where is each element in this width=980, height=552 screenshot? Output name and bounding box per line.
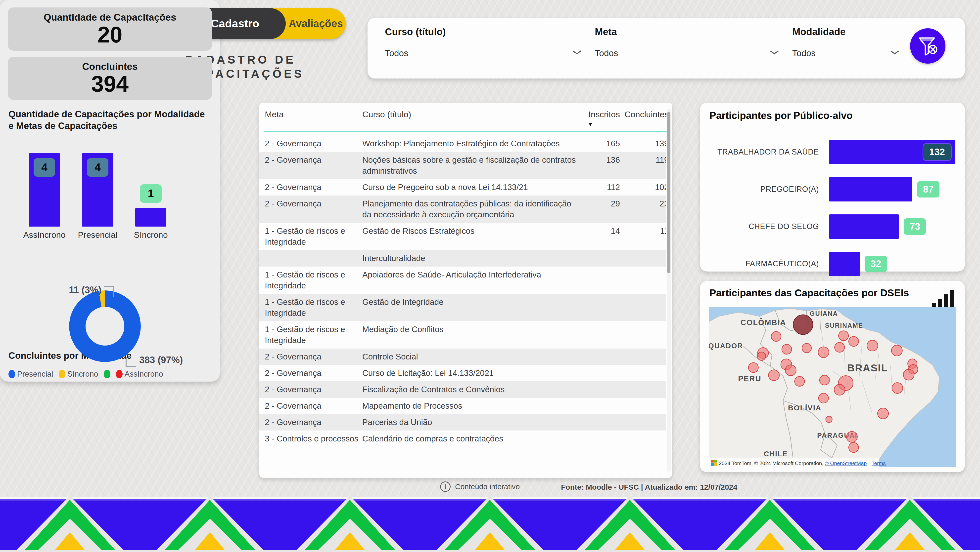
bar-sincrono[interactable]: 1Síncrono — [130, 102, 171, 227]
cell-concluintes: 139 — [620, 138, 666, 149]
dsei-bubble[interactable] — [793, 315, 813, 335]
brazil-bubble-map[interactable]: GUIANASURINAMECOLÔMBIAEQUADORPERUBRASILB… — [709, 307, 956, 467]
legend-item[interactable] — [104, 370, 110, 378]
legend-item[interactable]: Assíncrono — [116, 370, 163, 379]
cell-curso: Curso de Licitação: Lei 14.133/2021 — [362, 368, 582, 379]
filter-curso-dropdown[interactable]: Todos — [385, 48, 581, 58]
cell-concluintes — [620, 384, 666, 395]
scrollbar-thumb[interactable] — [667, 112, 670, 273]
chevron-down-icon[interactable] — [890, 51, 899, 56]
dsei-bubble[interactable] — [846, 431, 858, 443]
bar-category-label: Assíncrono — [19, 230, 70, 240]
dsei-bubble[interactable] — [795, 376, 805, 386]
dsei-bubble[interactable] — [878, 408, 888, 419]
cell-curso: Gestão de Integridade — [362, 297, 582, 319]
table-row[interactable]: 2 - GovernançaCurso de Licitação: Lei 14… — [259, 365, 666, 381]
map-attribution: 2024 TomTom, © 2024 Microsoft Corporatio… — [709, 458, 886, 467]
dsei-bubble[interactable] — [818, 347, 829, 358]
publico-bar[interactable]: 73 — [829, 214, 899, 239]
left-panel: Quantidade de Capacitações 20 Concluinte… — [0, 0, 220, 382]
publico-bar-row[interactable]: FARMACÊUTICO(A)32 — [700, 252, 965, 276]
dsei-bubble[interactable] — [838, 331, 848, 341]
chevron-down-icon[interactable] — [770, 51, 779, 56]
kpi-capacitacoes-title: Quantidade de Capacitações — [8, 8, 212, 23]
legend-item[interactable]: Presencial — [8, 370, 53, 379]
filter-modalidade: Modalidade Todos — [792, 26, 899, 58]
tab-avaliacoes[interactable]: Avaliações — [286, 8, 346, 39]
cell-meta: 1 - Gestão de riscos e Integridade — [265, 324, 362, 346]
sort-desc-icon[interactable]: ▼ — [582, 121, 620, 128]
concluintes-donut-chart[interactable] — [69, 290, 141, 362]
publico-bar-row[interactable]: CHEFE DO SELOG73 — [700, 214, 965, 239]
table-row[interactable]: 2 - GovernançaMapeamento de Processos — [259, 398, 666, 414]
table-row[interactable]: 1 - Gestão de riscos e IntegridadeGestão… — [259, 223, 666, 250]
info-icon[interactable]: i — [440, 481, 450, 492]
bar-presencial[interactable]: 4Presencial — [77, 102, 118, 227]
col-concluintes[interactable]: Concluintes — [620, 109, 669, 128]
interactive-note: i Conteúdo interativo — [440, 481, 520, 492]
dsei-bubble[interactable] — [748, 363, 759, 373]
col-inscritos[interactable]: Inscritos ▼ — [582, 109, 620, 128]
col-meta[interactable]: Meta — [265, 109, 362, 128]
dsei-bubble[interactable] — [819, 393, 829, 403]
dsei-bubble[interactable] — [771, 332, 781, 342]
dsei-bubble[interactable] — [903, 370, 914, 380]
dsei-bubble[interactable] — [891, 345, 902, 356]
table-scrollbar[interactable] — [667, 109, 671, 472]
dsei-bubble[interactable] — [849, 336, 859, 346]
publico-bar[interactable]: 87 — [829, 177, 912, 201]
filter-modalidade-dropdown[interactable]: Todos — [792, 48, 899, 58]
cell-inscritos — [582, 324, 620, 346]
table-row[interactable]: Interculturalidade — [259, 250, 666, 266]
table-row[interactable]: 2 - GovernançaCurso de Pregoeiro sob a n… — [259, 179, 666, 195]
publico-bar[interactable]: 32 — [829, 252, 860, 276]
col-curso[interactable]: Curso (título) — [362, 109, 582, 128]
table-row[interactable]: 3 - Controles e processosCalendário de c… — [259, 430, 666, 447]
cell-curso: Mapeamento de Processos — [362, 400, 582, 411]
openstreetmap-link[interactable]: © OpenStreetMap — [825, 460, 867, 466]
filter-meta-value: Todos — [595, 48, 618, 58]
table-row[interactable]: 2 - GovernançaParcerias da União — [259, 414, 666, 430]
donut-callout-big: 383 (97%) — [139, 355, 183, 365]
dsei-bubble[interactable] — [802, 343, 811, 353]
country-label: BOLÍVIA — [788, 404, 822, 412]
bar-assincrono[interactable]: 4Assíncrono — [24, 102, 65, 227]
table-row[interactable]: 1 - Gestão de riscos e IntegridadeMediaç… — [259, 321, 666, 349]
clear-filters-button[interactable] — [910, 28, 945, 63]
dsei-bubble[interactable] — [785, 365, 796, 376]
chevron-down-icon[interactable] — [573, 51, 581, 56]
table-row[interactable]: 2 - GovernançaPlanejamento das contrataç… — [259, 195, 666, 223]
cell-curso: Mediação de Conflitos — [362, 324, 582, 346]
filter-meta: Meta Todos — [595, 26, 779, 58]
dsei-bubble[interactable] — [757, 352, 766, 360]
publico-label: TRABALHADOR DA SAÚDE — [700, 140, 824, 164]
kpi-capacitacoes: Quantidade de Capacitações 20 — [8, 8, 212, 51]
dsei-bubble[interactable] — [782, 344, 792, 354]
cell-curso: Controle Social — [362, 351, 582, 362]
cell-curso: Noções básicas sobre a gestão e fiscaliz… — [362, 154, 582, 176]
dsei-bubble[interactable] — [892, 382, 903, 393]
table-row[interactable]: 2 - GovernançaWorkshop: Planejamento Est… — [259, 135, 666, 152]
table-row[interactable]: 2 - GovernançaNoções básicas sobre a ges… — [259, 152, 666, 179]
table-row[interactable]: 2 - GovernançaFiscalização de Contratos … — [259, 381, 666, 398]
dsei-bubble[interactable] — [849, 443, 859, 452]
publico-bar-row[interactable]: PREGOEIRO(A)87 — [700, 177, 965, 201]
terms-link[interactable]: Terms — [872, 460, 886, 466]
table-row[interactable]: 1 - Gestão de riscos e IntegridadeGestão… — [259, 294, 666, 321]
filter-meta-dropdown[interactable]: Todos — [595, 48, 779, 58]
table-row[interactable]: 2 - GovernançaControle Social — [259, 349, 666, 365]
bar-category-label: Síncrono — [125, 230, 176, 240]
publico-bar[interactable]: 132 — [829, 140, 955, 164]
table-row[interactable]: 1 - Gestão de riscos e IntegridadeApoiad… — [259, 266, 666, 294]
dsei-bubble[interactable] — [768, 370, 780, 381]
publico-bar-row[interactable]: TRABALHADOR DA SAÚDE132 — [700, 140, 965, 164]
cell-concluintes: 102 — [620, 182, 666, 193]
interactive-label: Conteúdo interativo — [455, 482, 520, 491]
filter-meta-label: Meta — [595, 26, 779, 37]
dsei-bubble[interactable] — [819, 375, 830, 385]
dsei-bubble[interactable] — [835, 342, 845, 352]
legend-item[interactable]: Síncrono — [59, 370, 98, 379]
dsei-bubble[interactable] — [834, 384, 845, 395]
dsei-bubble[interactable] — [826, 416, 832, 423]
dsei-bubble[interactable] — [867, 340, 878, 351]
